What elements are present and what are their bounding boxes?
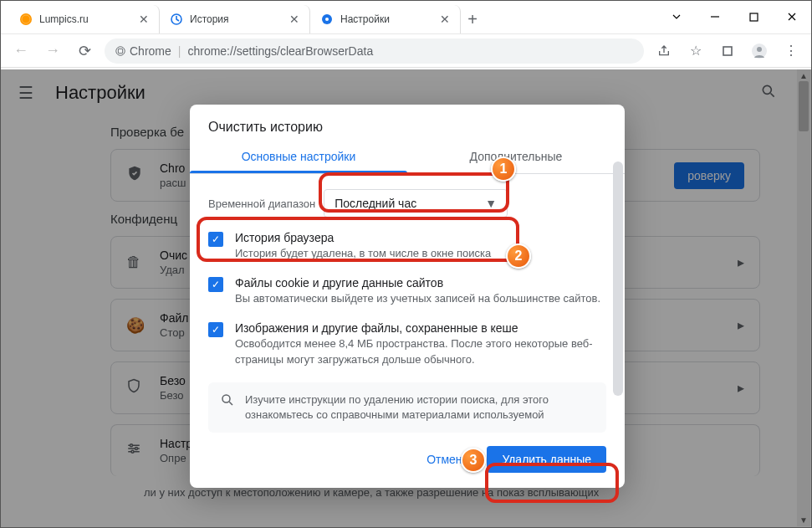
url-input[interactable]: Chrome | chrome://settings/clearBrowserD… (105, 38, 644, 64)
confirm-button[interactable]: Удалить данные (487, 446, 606, 473)
option-title: История браузера (235, 231, 491, 244)
option-desc: История будет удалена, в том числе в окн… (235, 246, 491, 261)
profile-icon[interactable] (748, 39, 771, 63)
svg-point-4 (325, 18, 329, 21)
settings-icon (320, 13, 334, 26)
option-desc: Вы автоматически выйдете из учетных запи… (235, 291, 600, 306)
svg-rect-5 (750, 13, 758, 21)
tab-title: История (190, 13, 283, 25)
checkbox-checked[interactable]: ✓ (208, 277, 223, 292)
window-controls (657, 0, 811, 33)
bookmark-icon[interactable]: ☆ (684, 39, 707, 63)
tab-settings[interactable]: Настройки ✕ (310, 5, 461, 33)
checkbox-checked[interactable]: ✓ (208, 232, 223, 247)
search-icon (220, 392, 235, 423)
svg-point-9 (757, 47, 762, 52)
tab-strip: Lumpics.ru ✕ История ✕ Настройки ✕ + (1, 5, 657, 33)
dialog-tabs: Основные настройки Дополнительные (190, 140, 625, 174)
tab-lumpics[interactable]: Lumpics.ru ✕ (9, 5, 160, 33)
option-title: Изображения и другие файлы, сохраненные … (235, 321, 606, 335)
back-button[interactable]: ← (9, 39, 33, 63)
window-titlebar: Lumpics.ru ✕ История ✕ Настройки ✕ + (1, 1, 811, 34)
orange-icon (19, 13, 33, 26)
checkbox-checked[interactable]: ✓ (208, 322, 223, 337)
scrollbar-thumb[interactable] (613, 161, 623, 396)
option-cache[interactable]: ✓ Изображения и другие файлы, сохраненны… (208, 321, 606, 367)
annotation-badge-2: 2 (506, 243, 531, 269)
menu-icon[interactable]: ⋮ (779, 39, 803, 63)
dialog-footer: Отмена Удалить данные (190, 433, 625, 488)
annotation-badge-3: 3 (461, 448, 486, 473)
share-icon[interactable] (652, 39, 676, 63)
forward-button[interactable]: → (41, 39, 64, 63)
svg-point-6 (116, 46, 125, 55)
tab-basic[interactable]: Основные настройки (190, 140, 407, 173)
close-icon[interactable]: ✕ (440, 13, 450, 26)
address-bar: ← → ⟳ Chrome | chrome://settings/clearBr… (1, 34, 811, 68)
extensions-icon[interactable] (716, 39, 739, 63)
tab-advanced[interactable]: Дополнительные (407, 140, 625, 173)
site-chip: Chrome (115, 44, 171, 58)
dialog-body: Временной диапазон Последний час ▼ ✓ Ист… (190, 174, 625, 433)
info-box: Изучите инструкции по удалению истории п… (208, 382, 606, 433)
tab-title: Настройки (340, 13, 433, 25)
svg-rect-7 (723, 47, 732, 55)
dialog-title: Очистить историю (190, 105, 625, 140)
time-range-label: Временной диапазон (208, 197, 315, 210)
new-tab-button[interactable]: + (461, 10, 484, 29)
close-icon[interactable]: ✕ (139, 13, 149, 26)
dialog-scrollbar[interactable] (611, 160, 625, 436)
time-range-select[interactable]: Последний час ▼ (324, 189, 508, 218)
chevron-down-icon[interactable] (657, 0, 696, 33)
clear-history-dialog: Очистить историю Основные настройки Допо… (190, 105, 625, 488)
option-desc: Освободится менее 8,4 МБ пространства. П… (235, 336, 606, 367)
history-icon (170, 13, 183, 26)
url-text: chrome://settings/clearBrowserData (187, 44, 373, 58)
option-browser-history[interactable]: ✓ История браузераИстория будет удалена,… (208, 231, 606, 261)
annotation-badge-1: 1 (491, 156, 516, 182)
select-value: Последний час (335, 197, 416, 210)
reload-button[interactable]: ⟳ (73, 39, 96, 63)
option-cookies[interactable]: ✓ Файлы cookie и другие данные сайтовВы … (208, 276, 606, 306)
close-icon[interactable]: ✕ (289, 13, 299, 26)
option-title: Файлы cookie и другие данные сайтов (235, 276, 600, 290)
tab-history[interactable]: История ✕ (160, 5, 310, 33)
maximize-button[interactable] (734, 0, 773, 33)
close-button[interactable] (773, 0, 811, 33)
svg-point-14 (222, 395, 230, 402)
minimize-button[interactable] (696, 0, 734, 33)
chevron-down-icon: ▼ (485, 197, 497, 210)
tab-title: Lumpics.ru (39, 13, 132, 25)
info-text: Изучите инструкции по удалению истории п… (245, 392, 595, 423)
